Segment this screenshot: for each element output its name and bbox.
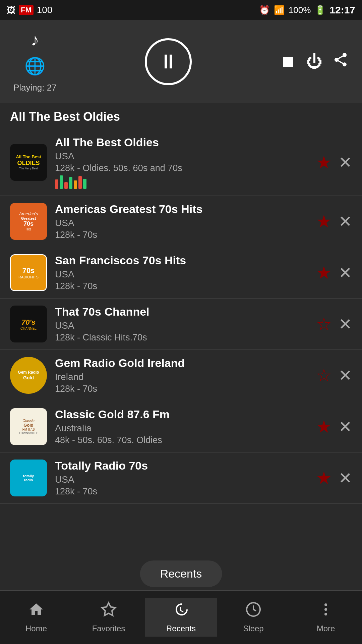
star-icon <box>101 601 117 621</box>
radio-name: San Franciscos 70s Hits <box>55 254 316 267</box>
radio-logo: All The Best OLDIES The Very Best <box>10 144 47 181</box>
radio-name: That 70s Channel <box>55 305 316 318</box>
favorite-button[interactable]: ★ <box>316 152 332 172</box>
battery-icon: 🔋 <box>315 5 325 15</box>
radio-info: San Franciscos 70s Hits USA 128k - 70s <box>55 254 316 291</box>
radio-bitrate: 128k - 70s <box>55 486 316 497</box>
globe-icon[interactable]: 🌐 <box>24 56 45 76</box>
radio-name: Americas Greatest 70s Hits <box>55 203 316 216</box>
more-icon <box>318 601 334 621</box>
favorite-button[interactable]: ★ <box>316 468 332 488</box>
radio-logo: 70s RADIOHITS <box>10 254 47 291</box>
player-left-controls: ♪ 🌐 Playing: 27 <box>13 30 57 93</box>
svg-point-2 <box>324 603 327 606</box>
radio-bitrate: 48k - 50s. 60s. 70s. Oldies <box>55 435 316 445</box>
stop-icon[interactable]: ⏹ <box>280 52 296 71</box>
radio-info: Totally Radio 70s USA 128k - 70s <box>55 459 316 497</box>
radio-info: Gem Radio Gold Ireland Ireland 128k - 70… <box>55 357 316 394</box>
radio-logo: Gem Radio Gold <box>10 357 47 394</box>
favorite-button[interactable]: ★ <box>316 211 332 231</box>
radio-country: Australia <box>55 423 316 434</box>
nav-item-favorites[interactable]: Favorites <box>72 598 145 637</box>
radio-bitrate: 128k - Oldies. 50s. 60s and 70s <box>55 163 316 173</box>
bottom-nav: Home Favorites Recents Sleep More <box>0 590 362 644</box>
power-icon[interactable]: ⏻ <box>306 52 322 71</box>
radio-item[interactable]: Gem Radio Gold Gem Radio Gold Ireland Ir… <box>0 350 362 401</box>
radio-info: Americas Greatest 70s Hits USA 128k - 70… <box>55 203 316 240</box>
radio-bitrate: 128k - 70s <box>55 230 316 240</box>
remove-button[interactable]: ✕ <box>339 263 352 282</box>
radio-item[interactable]: Classic Gold FM 87.6 TOWNSVILLE Classic … <box>0 401 362 452</box>
radio-logo: America's Greatest 70s Hits <box>10 203 47 240</box>
status-time: 12:17 <box>329 4 355 16</box>
radio-country: USA <box>55 474 316 485</box>
radio-bitrate: 128k - 70s <box>55 384 316 394</box>
nav-label-favorites: Favorites <box>92 624 125 633</box>
nav-item-home[interactable]: Home <box>0 598 72 637</box>
radio-bitrate: 128k - Classic Hits.70s <box>55 332 316 343</box>
player-right-controls: ⏹ ⏻ <box>280 52 349 71</box>
recents-icon <box>173 601 189 621</box>
favorite-button[interactable]: ★ <box>316 417 332 437</box>
status-bar: 🖼 FM 100 ⏰ 📶 100% 🔋 12:17 <box>0 0 362 20</box>
radio-actions: ★ ✕ <box>316 417 352 437</box>
player-header: ♪ 🌐 Playing: 27 ⏸ ⏹ ⏻ <box>0 20 362 103</box>
favorite-button[interactable]: ☆ <box>316 314 332 334</box>
nav-item-recents[interactable]: Recents <box>145 598 217 637</box>
radio-info: Classic Gold 87.6 Fm Australia 48k - 50s… <box>55 408 316 445</box>
wifi-icon: 📶 <box>274 5 285 15</box>
svg-marker-0 <box>102 603 115 615</box>
share-icon[interactable] <box>333 52 349 71</box>
nav-item-more[interactable]: More <box>290 598 362 637</box>
radio-item[interactable]: All The Best OLDIES The Very Best All Th… <box>0 129 362 196</box>
radio-logo: 70's CHANNEL <box>10 306 47 342</box>
status-right: ⏰ 📶 100% 🔋 12:17 <box>259 4 355 16</box>
recents-tooltip: Recents <box>140 560 222 587</box>
radio-logo: totally radio <box>10 460 47 496</box>
svg-point-4 <box>324 613 327 615</box>
clock-icon <box>245 601 261 621</box>
remove-button[interactable]: ✕ <box>339 366 352 385</box>
nav-label-more: More <box>317 624 335 633</box>
radio-info: All The Best Oldies USA 128k - Oldies. 5… <box>55 136 316 189</box>
radio-actions: ★ ✕ <box>316 468 352 488</box>
favorite-button[interactable]: ★ <box>316 263 332 283</box>
remove-button[interactable]: ✕ <box>339 315 352 333</box>
equalizer-bars <box>55 175 316 189</box>
playing-text: Playing: 27 <box>13 83 57 93</box>
remove-button[interactable]: ✕ <box>339 153 352 172</box>
nav-item-sleep[interactable]: Sleep <box>217 598 290 637</box>
battery-percent: 100% <box>289 5 311 15</box>
radio-name: Gem Radio Gold Ireland <box>55 357 316 370</box>
remove-button[interactable]: ✕ <box>339 417 352 436</box>
remove-button[interactable]: ✕ <box>339 212 352 231</box>
radio-bitrate: 128k - 70s <box>55 281 316 291</box>
radio-item[interactable]: 70s RADIOHITS San Franciscos 70s Hits US… <box>0 247 362 299</box>
radio-item[interactable]: 70's CHANNEL That 70s Channel USA 128k -… <box>0 299 362 350</box>
section-title: All The Best Oldies <box>0 103 362 129</box>
pause-icon: ⏸ <box>158 50 178 73</box>
radio-actions: ★ ✕ <box>316 152 352 172</box>
radio-actions: ★ ✕ <box>316 263 352 283</box>
svg-point-3 <box>324 608 327 611</box>
pause-button[interactable]: ⏸ <box>145 38 192 85</box>
remove-button[interactable]: ✕ <box>339 469 352 487</box>
radio-logo: Classic Gold FM 87.6 TOWNSVILLE <box>10 408 47 445</box>
radio-info: That 70s Channel USA 128k - Classic Hits… <box>55 305 316 343</box>
radio-country: USA <box>55 218 316 228</box>
radio-country: USA <box>55 269 316 280</box>
app-icon: FM <box>19 5 34 15</box>
radio-list: All The Best OLDIES The Very Best All Th… <box>0 129 362 504</box>
music-note-icon[interactable]: ♪ <box>31 30 39 50</box>
home-icon <box>28 601 44 621</box>
radio-item[interactable]: America's Greatest 70s Hits Americas Gre… <box>0 196 362 247</box>
status-number: 100 <box>37 5 53 15</box>
status-left: 🖼 FM 100 <box>7 5 52 15</box>
nav-label-sleep: Sleep <box>243 624 263 633</box>
radio-item[interactable]: totally radio Totally Radio 70s USA 128k… <box>0 452 362 504</box>
radio-actions: ☆ ✕ <box>316 365 352 385</box>
alarm-icon: ⏰ <box>259 5 270 15</box>
favorite-button[interactable]: ☆ <box>316 365 332 385</box>
nav-label-home: Home <box>25 624 47 633</box>
radio-name: Totally Radio 70s <box>55 459 316 472</box>
